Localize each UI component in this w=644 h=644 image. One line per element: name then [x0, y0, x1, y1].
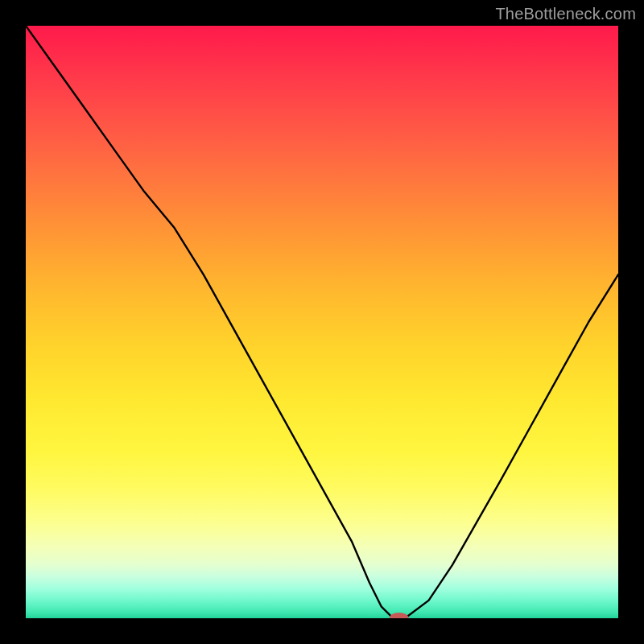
bottleneck-chart	[26, 26, 618, 618]
bottleneck-curve	[26, 26, 618, 618]
chart-frame: TheBottleneck.com	[0, 0, 644, 644]
optimum-marker	[390, 613, 409, 618]
watermark-text: TheBottleneck.com	[495, 5, 636, 23]
plot-area	[26, 26, 618, 618]
